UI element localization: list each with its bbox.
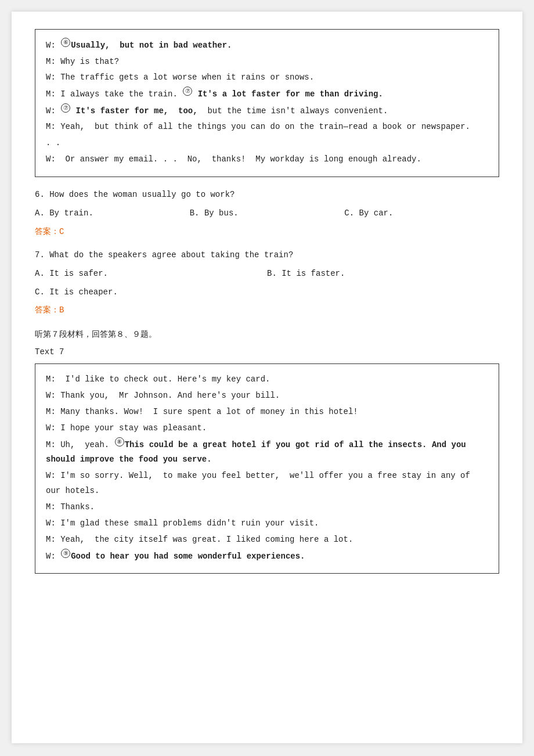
option-6c: C. By car. bbox=[344, 206, 499, 221]
dialogue-line: M: Thanks. bbox=[46, 500, 488, 515]
dialogue-text: but the time isn't always convenient. bbox=[203, 106, 388, 116]
speaker-label: W: bbox=[46, 41, 60, 50]
dialogue-text: W: I'm so sorry. Well, to make you feel … bbox=[46, 471, 470, 495]
speaker-label: M: bbox=[46, 122, 60, 131]
dialogue-text: Yeah, but think of all the things you ca… bbox=[60, 122, 470, 131]
question-6-text: 6. How does the woman usually go to work… bbox=[35, 188, 499, 203]
dialogue-line: W: ⑦ It's faster for me, too, but the ti… bbox=[46, 103, 488, 119]
speaker-label: M: I always take the train. bbox=[46, 89, 182, 99]
dialogue-line: M: I'd like to check out. Here's my key … bbox=[46, 372, 488, 387]
dialogue-text: Good to hear you had some wonderful expe… bbox=[71, 551, 305, 560]
dialogue-text: M: Many thanks. Wow! I sure spent a lot … bbox=[46, 407, 358, 416]
page: W: ⑥Usually, but not in bad weather. M: … bbox=[12, 12, 522, 743]
dialogue-text: The traffic gets a lot worse when it rai… bbox=[60, 73, 314, 82]
dialogue-text: M: Thanks. bbox=[46, 502, 95, 512]
dialogue-line: W: ⑨Good to hear you had some wonderful … bbox=[46, 549, 488, 564]
speaker-label: W: bbox=[46, 106, 60, 116]
dialogue-line: W: I'm glad these small problems didn't … bbox=[46, 516, 488, 531]
circle-num-6: ⑥ bbox=[61, 38, 70, 47]
option-7c: C. It is cheaper. bbox=[35, 285, 499, 300]
dialogue-line: W: Or answer my email. . . No, thanks! M… bbox=[46, 152, 488, 167]
speaker-label: W: Or answer my email. . . No, thanks! M… bbox=[46, 154, 421, 164]
circle-num-7: ⑦ bbox=[183, 87, 192, 96]
question-6-options: A. By train. B. By bus. C. By car. bbox=[35, 206, 499, 221]
dialogue-line: M: Why is that? bbox=[46, 55, 488, 70]
question-7-text: 7. What do the speakers agree about taki… bbox=[35, 248, 499, 263]
dialogue-text: M: Yeah, the city itself was great. I li… bbox=[46, 535, 353, 544]
speaker-label: M: bbox=[46, 57, 60, 66]
circle-num-7b: ⑦ bbox=[61, 103, 70, 113]
circle-num-8: ⑧ bbox=[115, 437, 124, 447]
dialogue-line: M: Many thanks. Wow! I sure spent a lot … bbox=[46, 405, 488, 420]
dialogue-line: W: The traffic gets a lot worse when it … bbox=[46, 70, 488, 85]
text-7-label: Text 7 bbox=[35, 345, 499, 360]
dialogue-text: . . bbox=[46, 138, 60, 147]
option-6a: A. By train. bbox=[35, 206, 190, 221]
dialogue-line: M: I always take the train. ⑦ It's a lot… bbox=[46, 87, 488, 102]
dialogue-line: . . bbox=[46, 136, 488, 151]
dialogue-text: It's faster for me, too, bbox=[71, 106, 203, 116]
dialogue-box-7: M: I'd like to check out. Here's my key … bbox=[35, 363, 499, 574]
dialogue-line: M: Yeah, but think of all the things you… bbox=[46, 120, 488, 135]
question-7-options-row1: A. It is safer. B. It is faster. bbox=[35, 267, 499, 282]
speaker-label: M: Uh, yeah. bbox=[46, 440, 114, 449]
dialogue-box-6: W: ⑥Usually, but not in bad weather. M: … bbox=[35, 29, 499, 177]
dialogue-text: It's a lot faster for me than driving. bbox=[193, 89, 383, 99]
question-7-section: 7. What do the speakers agree about taki… bbox=[35, 248, 499, 319]
speaker-label: W: bbox=[46, 551, 60, 560]
dialogue-line: W: ⑥Usually, but not in bad weather. bbox=[46, 38, 488, 53]
option-7b: B. It is faster. bbox=[267, 267, 499, 282]
answer-6: 答案：C bbox=[35, 225, 499, 240]
section-7-header: 听第７段材料，回答第８、９题。 bbox=[35, 327, 499, 343]
dialogue-text: Why is that? bbox=[60, 57, 119, 66]
dialogue-text: W: I'm glad these small problems didn't … bbox=[46, 519, 319, 528]
dialogue-line: W: I hope your stay was pleasant. bbox=[46, 421, 488, 436]
dialogue-text: Usually, but not in bad weather. bbox=[71, 41, 232, 50]
option-7a: A. It is safer. bbox=[35, 267, 267, 282]
dialogue-line: M: Yeah, the city itself was great. I li… bbox=[46, 532, 488, 548]
circle-num-9: ⑨ bbox=[61, 549, 70, 558]
dialogue-line: M: Uh, yeah. ⑧This could be a great hote… bbox=[46, 437, 488, 467]
dialogue-line: W: Thank you, Mr Johnson. And here's you… bbox=[46, 388, 488, 404]
question-6-section: 6. How does the woman usually go to work… bbox=[35, 188, 499, 240]
option-6b: B. By bus. bbox=[190, 206, 345, 221]
speaker-label: W: bbox=[46, 73, 60, 82]
dialogue-line: W: I'm so sorry. Well, to make you feel … bbox=[46, 469, 488, 499]
dialogue-text: W: I hope your stay was pleasant. bbox=[46, 423, 207, 433]
speaker-label: W: Thank you, Mr Johnson. And here's you… bbox=[46, 391, 280, 400]
answer-7: 答案：B bbox=[35, 303, 499, 318]
speaker-label: M: I'd like to check out. Here's my key … bbox=[46, 375, 270, 384]
